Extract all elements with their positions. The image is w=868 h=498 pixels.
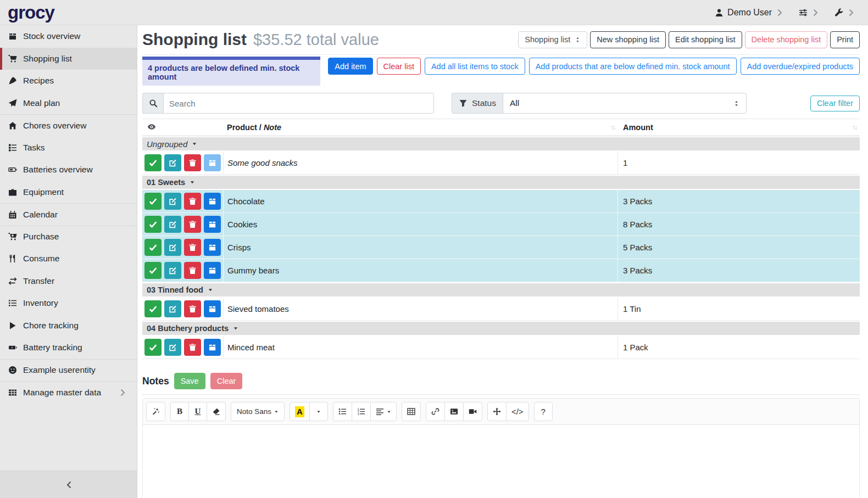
- sidebar-item-label: Battery tracking: [23, 343, 82, 352]
- new-shopping-list-button[interactable]: New shopping list: [590, 31, 666, 48]
- edit-item-button[interactable]: [164, 154, 181, 171]
- search-input[interactable]: [163, 93, 434, 114]
- product-column-header[interactable]: Product / Note ↑↓: [224, 123, 618, 132]
- filter-row: Status All Clear filter: [142, 93, 860, 114]
- edit-item-button[interactable]: [164, 216, 181, 233]
- help-button[interactable]: ?: [534, 402, 553, 421]
- clear-filter-button[interactable]: Clear filter: [810, 96, 860, 111]
- sidebar-item-equipment[interactable]: Equipment: [0, 181, 137, 204]
- sort-icon[interactable]: ↑↓: [852, 124, 856, 131]
- delete-item-button[interactable]: [184, 239, 201, 256]
- done-button[interactable]: [144, 216, 162, 233]
- delete-item-button[interactable]: [184, 300, 201, 317]
- add-item-button[interactable]: Add item: [328, 58, 372, 75]
- font-color-caret-button[interactable]: [309, 402, 328, 421]
- group-header-01-sweets[interactable]: 01 Sweets: [142, 175, 860, 190]
- delete-item-button[interactable]: [184, 262, 201, 279]
- sidebar-item-chore-tracking[interactable]: Chore tracking: [0, 315, 137, 337]
- edit-item-button[interactable]: [164, 339, 181, 356]
- codeview-button[interactable]: </>: [506, 402, 529, 421]
- add-overdue-button[interactable]: Add overdue/expired products: [741, 58, 860, 75]
- notes-editor-content[interactable]: [143, 425, 859, 498]
- paragraph-align-button[interactable]: [370, 402, 397, 421]
- fullscreen-button[interactable]: [487, 402, 507, 421]
- shopping-list-select[interactable]: Shopping list: [518, 31, 587, 48]
- status-filter-select[interactable]: All: [503, 93, 747, 114]
- shopping-list-row-gummy-bears: Gummy bears3 Packs: [142, 259, 860, 282]
- add-below-min-stock-button[interactable]: Add products that are below defined min.…: [529, 58, 737, 75]
- add-to-stock-button[interactable]: [204, 262, 221, 279]
- print-button[interactable]: Print: [830, 31, 860, 48]
- edit-item-button[interactable]: [164, 239, 181, 256]
- underline-button[interactable]: U: [188, 402, 207, 421]
- add-all-items-button[interactable]: Add all list items to stock: [425, 58, 525, 75]
- sidebar-item-meal-plan[interactable]: Meal plan: [0, 92, 137, 115]
- sidebar-item-chores-overview[interactable]: Chores overview: [0, 114, 137, 137]
- page-title: Shopping list: [142, 30, 247, 49]
- sidebar-item-stock-overview[interactable]: Stock overview: [0, 25, 137, 48]
- delete-item-button[interactable]: [184, 154, 201, 171]
- font-family-select[interactable]: Noto Sans: [231, 402, 285, 421]
- user-menu[interactable]: Demo User: [715, 8, 784, 18]
- delete-item-button[interactable]: [184, 339, 201, 356]
- group-header-04-butchery-products[interactable]: 04 Butchery products: [142, 321, 860, 336]
- insert-link-button[interactable]: [426, 402, 445, 421]
- search-icon: [149, 99, 158, 108]
- clear-list-button[interactable]: Clear list: [377, 58, 421, 75]
- sidebar-item-batteries-overview[interactable]: Batteries overview: [0, 159, 137, 181]
- amount-cell: 1: [618, 152, 860, 174]
- insert-table-button[interactable]: [402, 402, 421, 421]
- notes-clear-button[interactable]: Clear: [210, 373, 243, 389]
- notes-save-button[interactable]: Save: [174, 373, 205, 389]
- sidebar-collapse-button[interactable]: [0, 471, 137, 498]
- done-button[interactable]: [144, 193, 162, 210]
- insert-picture-button[interactable]: [444, 402, 464, 421]
- group-header-ungrouped[interactable]: Ungrouped: [142, 136, 860, 152]
- done-button[interactable]: [144, 300, 162, 317]
- amount-column-header[interactable]: Amount ↑↓: [618, 123, 860, 132]
- sidebar-item-recipes[interactable]: Recipes: [0, 70, 137, 92]
- done-button[interactable]: [144, 239, 162, 256]
- settings-menu[interactable]: [799, 8, 820, 17]
- done-button[interactable]: [144, 262, 162, 279]
- ordered-list-button[interactable]: 123: [352, 402, 371, 421]
- sidebar-item-tasks[interactable]: Tasks: [0, 137, 137, 159]
- delete-item-button[interactable]: [184, 193, 201, 210]
- add-to-stock-button[interactable]: [204, 193, 221, 210]
- bold-button[interactable]: B: [170, 402, 189, 421]
- done-button[interactable]: [144, 154, 162, 171]
- clear-format-button[interactable]: [207, 402, 226, 421]
- add-to-stock-button[interactable]: [204, 239, 221, 256]
- sidebar-item-example-userentity[interactable]: Example userentity: [0, 359, 137, 382]
- sidebar-item-shopping-list[interactable]: Shopping list: [0, 48, 137, 70]
- sort-icon[interactable]: ↑↓: [610, 124, 615, 131]
- font-color-button[interactable]: A: [290, 402, 310, 421]
- edit-item-button[interactable]: [164, 262, 181, 279]
- admin-menu[interactable]: [834, 8, 856, 17]
- delete-shopping-list-button[interactable]: Delete shopping list: [745, 31, 828, 48]
- group-header-03-tinned-food[interactable]: 03 Tinned food: [142, 282, 860, 298]
- min-stock-widget[interactable]: 4 products are below defined min. stock …: [142, 57, 320, 86]
- edit-item-button[interactable]: [164, 300, 181, 317]
- sidebar-item-consume[interactable]: Consume: [0, 248, 137, 270]
- done-button[interactable]: [144, 339, 162, 356]
- grocy-logo: grocy: [0, 3, 137, 21]
- delete-item-button[interactable]: [184, 216, 201, 233]
- sidebar-item-purchase[interactable]: Purchase: [0, 226, 137, 248]
- edit-shopping-list-button[interactable]: Edit shopping list: [669, 31, 742, 48]
- eye-icon[interactable]: [147, 122, 156, 131]
- magic-style-button[interactable]: [146, 402, 165, 421]
- sidebar-item-battery-tracking[interactable]: Battery tracking: [0, 337, 137, 359]
- sidebar-item-inventory[interactable]: Inventory: [0, 292, 137, 315]
- unordered-list-button[interactable]: [333, 402, 352, 421]
- sidebar-item-transfer[interactable]: Transfer: [0, 270, 137, 293]
- add-to-stock-button[interactable]: [204, 154, 221, 171]
- insert-video-button[interactable]: [463, 402, 482, 421]
- edit-item-button[interactable]: [164, 193, 181, 210]
- sidebar-item-manage-master-data[interactable]: Manage master data: [0, 381, 137, 404]
- utensils-icon: [8, 254, 18, 263]
- add-to-stock-button[interactable]: [204, 216, 221, 233]
- add-to-stock-button[interactable]: [204, 339, 221, 356]
- sidebar-item-calendar[interactable]: Calendar: [0, 203, 137, 226]
- add-to-stock-button[interactable]: [204, 300, 221, 317]
